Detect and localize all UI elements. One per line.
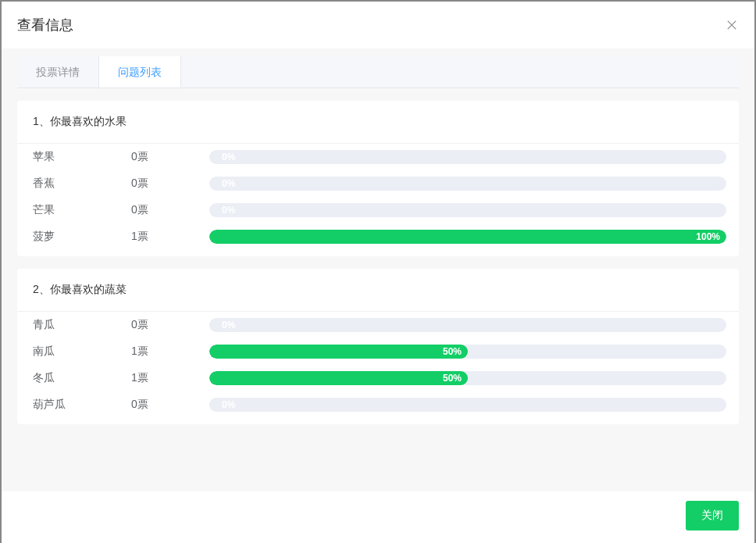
option-votes: 1票	[131, 371, 209, 385]
bar-percent-label: 100%	[690, 231, 726, 242]
option-name: 葫芦瓜	[30, 398, 131, 412]
bar-track: 50%	[209, 345, 726, 359]
option-row: 芒果0票0%	[17, 197, 739, 223]
bar-track: 100%	[209, 230, 726, 244]
option-votes: 0票	[131, 318, 209, 332]
option-bar: 50%	[209, 345, 726, 359]
bar-fill: 100%	[209, 230, 726, 244]
option-name: 菠萝	[30, 230, 131, 244]
option-votes: 0票	[131, 398, 209, 412]
tab-label: 投票详情	[36, 66, 80, 78]
option-bar: 50%	[209, 371, 726, 385]
option-name: 南瓜	[30, 345, 131, 359]
question-title: 1、你最喜欢的水果	[17, 101, 739, 144]
option-row: 葫芦瓜0票0%	[17, 391, 739, 418]
option-bar: 0%	[209, 398, 726, 412]
bar-percent-label: 0%	[216, 177, 241, 191]
option-name: 芒果	[30, 203, 131, 217]
bar-track: 0%	[209, 177, 726, 191]
bar-percent-label: 50%	[437, 346, 468, 357]
option-votes: 0票	[131, 203, 209, 217]
bar-fill: 50%	[209, 345, 468, 359]
option-votes: 1票	[131, 345, 209, 359]
bar-percent-label: 50%	[437, 373, 468, 384]
bar-percent-label: 0%	[216, 318, 241, 332]
option-bar: 0%	[209, 203, 726, 217]
option-name: 苹果	[30, 150, 131, 164]
option-row: 苹果0票0%	[17, 144, 739, 170]
option-votes: 0票	[131, 177, 209, 191]
bar-track: 0%	[209, 398, 726, 412]
bar-percent-label: 0%	[216, 203, 241, 217]
tab-0[interactable]: 投票详情	[17, 56, 99, 88]
option-name: 冬瓜	[30, 371, 131, 385]
option-votes: 0票	[131, 150, 209, 164]
option-name: 青瓜	[30, 318, 131, 332]
close-button[interactable]: 关闭	[686, 501, 739, 530]
tab-1[interactable]: 问题列表	[99, 56, 181, 88]
tab-label: 问题列表	[118, 66, 162, 78]
option-row: 香蕉0票0%	[17, 170, 739, 197]
option-name: 香蕉	[30, 177, 131, 191]
close-icon[interactable]	[725, 18, 739, 32]
bar-track: 0%	[209, 318, 726, 332]
question-title: 2、你最喜欢的蔬菜	[17, 269, 739, 312]
bar-track: 0%	[209, 203, 726, 217]
modal-footer: 关闭	[2, 491, 754, 543]
option-row: 冬瓜1票50%	[17, 365, 739, 391]
bar-percent-label: 0%	[216, 150, 241, 164]
option-bar: 0%	[209, 150, 726, 164]
option-row: 青瓜0票0%	[17, 312, 739, 338]
option-votes: 1票	[131, 230, 209, 244]
modal-title: 查看信息	[17, 16, 73, 34]
bar-track: 50%	[209, 371, 726, 385]
option-bar: 0%	[209, 318, 726, 332]
bar-fill: 50%	[209, 371, 468, 385]
modal: 查看信息 投票详情问题列表 1、你最喜欢的水果苹果0票0%香蕉0票0%芒果0票0…	[2, 2, 754, 543]
option-row: 南瓜1票50%	[17, 338, 739, 365]
question-card: 1、你最喜欢的水果苹果0票0%香蕉0票0%芒果0票0%菠萝1票100%	[17, 101, 739, 256]
question-card: 2、你最喜欢的蔬菜青瓜0票0%南瓜1票50%冬瓜1票50%葫芦瓜0票0%	[17, 269, 739, 424]
bar-track: 0%	[209, 150, 726, 164]
modal-body: 投票详情问题列表 1、你最喜欢的水果苹果0票0%香蕉0票0%芒果0票0%菠萝1票…	[2, 48, 754, 491]
option-bar: 0%	[209, 177, 726, 191]
questions-container: 1、你最喜欢的水果苹果0票0%香蕉0票0%芒果0票0%菠萝1票100%2、你最喜…	[17, 101, 739, 424]
option-row: 菠萝1票100%	[17, 223, 739, 250]
option-bar: 100%	[209, 230, 726, 244]
tabs: 投票详情问题列表	[17, 56, 739, 88]
modal-header: 查看信息	[2, 2, 754, 48]
bar-percent-label: 0%	[216, 398, 241, 412]
